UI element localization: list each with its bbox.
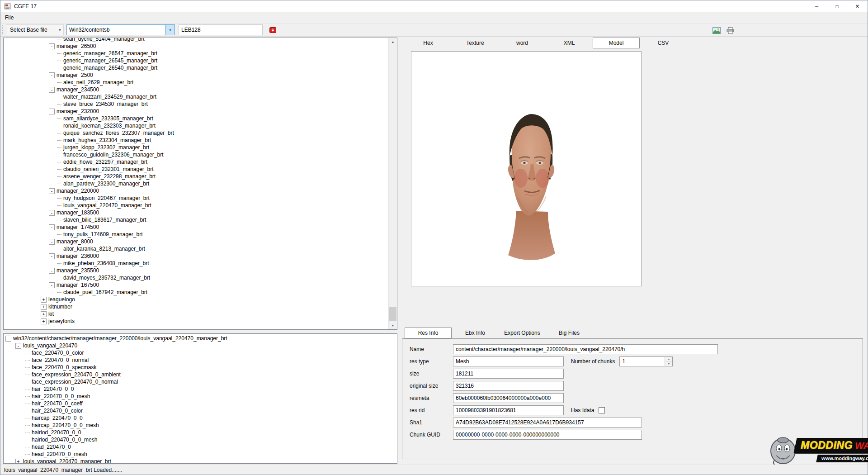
tree-item[interactable]: hairlod_220470_0_0 bbox=[4, 429, 397, 436]
tree-item-label[interactable]: ronald_koeman_232303_manager_brt bbox=[63, 123, 156, 129]
tree-item[interactable]: walter_mazzarri_234529_manager_brt bbox=[4, 93, 388, 100]
spin-up-icon[interactable]: ▲ bbox=[665, 357, 672, 362]
tree-item[interactable]: face_220470_0_color bbox=[4, 349, 397, 356]
tree-item-label[interactable]: manager_234500 bbox=[57, 86, 99, 93]
tree-item[interactable]: generic_manager_26547_manager_brt bbox=[4, 50, 388, 57]
tree-item[interactable]: +jerseyfonts bbox=[4, 318, 388, 325]
tree-item[interactable]: -louis_vangaal_220470 bbox=[4, 342, 397, 349]
tree-item-label[interactable]: manager_167500 bbox=[57, 282, 99, 288]
tree-item[interactable]: -manager_167500 bbox=[4, 281, 388, 289]
tree-item[interactable]: face_expression_220470_0_normal bbox=[4, 378, 397, 385]
tree-item[interactable]: face_220470_0_specmask bbox=[4, 364, 397, 371]
tree-item-label[interactable]: face_220470_0_normal bbox=[32, 357, 89, 363]
tree-item[interactable]: -manager_235500 bbox=[4, 267, 388, 274]
collapse-icon[interactable]: - bbox=[49, 239, 55, 245]
tree-item-label[interactable]: eddie_howe_232297_manager_brt bbox=[63, 159, 147, 165]
tree-item-label[interactable]: hairlod_220470_0_0 bbox=[32, 429, 81, 436]
tree-item-label[interactable]: francesco_guidolin_232306_manager_brt bbox=[63, 152, 164, 158]
tab-model[interactable]: Model bbox=[593, 38, 640, 48]
tree-item[interactable]: -manager_232000 bbox=[4, 108, 388, 115]
tree-item-label[interactable]: leaguelogo bbox=[48, 296, 75, 303]
tab-hex[interactable]: Hex bbox=[405, 38, 452, 48]
tree-item-label[interactable]: hair_220470_0_0 bbox=[32, 386, 74, 392]
tree-item[interactable]: face_expression_220470_0_ambient bbox=[4, 371, 397, 378]
collapse-icon[interactable]: - bbox=[49, 210, 55, 216]
size-input[interactable] bbox=[453, 369, 564, 379]
close-button[interactable]: ✕ bbox=[847, 0, 868, 12]
res-rid-input[interactable] bbox=[453, 405, 564, 415]
tree-item-label[interactable]: manager_235500 bbox=[57, 267, 99, 274]
scroll-up-icon[interactable]: ▲ bbox=[389, 38, 397, 46]
collapse-icon[interactable]: - bbox=[49, 109, 55, 114]
tree-item-label[interactable]: arsene_wenger_232298_manager_brt bbox=[63, 173, 156, 180]
texture-export-button[interactable] bbox=[711, 25, 722, 36]
tree-item[interactable]: aitor_karanka_8213_manager_brt bbox=[4, 245, 388, 252]
collapse-icon[interactable]: - bbox=[49, 253, 55, 259]
tree-item[interactable]: david_moyes_235732_manager_brt bbox=[4, 274, 388, 281]
tree-item-label[interactable]: haircap_220470_0_0_mesh bbox=[32, 422, 99, 428]
tree-item[interactable]: hair_220470_0_0 bbox=[4, 385, 397, 393]
tree-item[interactable]: tony_pulis_174609_manager_brt bbox=[4, 231, 388, 238]
tree-item-label[interactable]: alan_pardew_232300_manager_brt bbox=[63, 180, 149, 187]
tree-item-label[interactable]: mark_hughes_232304_manager_brt bbox=[63, 137, 151, 143]
tree-item[interactable]: generic_manager_26545_manager_brt bbox=[4, 57, 388, 64]
tree-item[interactable]: -win32/content/character/manager/manager… bbox=[4, 335, 397, 342]
tree-item[interactable]: hair_220470_0_0_mesh bbox=[4, 393, 397, 400]
tree-item-label[interactable]: slaven_bilic_183617_manager_brt bbox=[63, 217, 146, 223]
tree-item-label[interactable]: quique_sanchez_flores_232307_manager_brt bbox=[63, 130, 174, 136]
tree-item[interactable]: -manager_8000 bbox=[4, 238, 388, 245]
leb128-input[interactable] bbox=[179, 24, 263, 35]
tree-item-label[interactable]: claude_puel_167942_manager_brt bbox=[63, 289, 147, 295]
scrollbar-thumb[interactable] bbox=[389, 307, 396, 321]
tree-item[interactable]: hairlod_220470_0_0_mesh bbox=[4, 436, 397, 443]
tree-item[interactable]: head_220470_0 bbox=[4, 443, 397, 451]
tree-item[interactable]: face_220470_0_normal bbox=[4, 356, 397, 364]
tree-item-label[interactable]: manager_236000 bbox=[57, 253, 99, 259]
tree-item-label[interactable]: manager_220000 bbox=[57, 188, 99, 194]
tree-item-label[interactable]: generic_manager_26547_manager_brt bbox=[63, 50, 157, 57]
tree-item[interactable]: eddie_howe_232297_manager_brt bbox=[4, 158, 388, 166]
tree-item-label[interactable]: tony_pulis_174609_manager_brt bbox=[63, 231, 142, 238]
tree-item[interactable]: slaven_bilic_183617_manager_brt bbox=[4, 216, 388, 223]
tree-item-label[interactable]: aitor_karanka_8213_manager_brt bbox=[63, 246, 145, 252]
tree-item[interactable]: haircap_220470_0_0 bbox=[4, 414, 397, 422]
expand-icon[interactable]: + bbox=[41, 304, 47, 310]
chunks-input[interactable] bbox=[620, 357, 665, 366]
tree-item-label[interactable]: haircap_220470_0_0 bbox=[32, 415, 83, 421]
tree-item[interactable]: quique_sanchez_flores_232307_manager_brt bbox=[4, 129, 388, 137]
tab-csv[interactable]: CSV bbox=[640, 38, 687, 48]
tree-item[interactable]: claudio_ranieri_232301_manager_brt bbox=[4, 166, 388, 173]
tree-item[interactable]: mike_phelan_236408_manager_brt bbox=[4, 260, 388, 267]
collapse-icon[interactable]: - bbox=[49, 43, 55, 49]
tree-item[interactable]: mark_hughes_232304_manager_brt bbox=[4, 137, 388, 144]
tree-item-label[interactable]: face_220470_0_specmask bbox=[32, 364, 96, 370]
combo-dropdown-button[interactable]: ▼ bbox=[165, 25, 175, 35]
tree-item-label[interactable]: win32/content/character/manager/manager_… bbox=[13, 335, 227, 342]
tree-item[interactable]: arsene_wenger_232298_manager_brt bbox=[4, 173, 388, 180]
tree-item-label[interactable]: jurgen_klopp_232302_manager_brt bbox=[63, 144, 149, 151]
tree-item-label[interactable]: head_220470_0 bbox=[32, 444, 71, 450]
collapse-icon[interactable]: - bbox=[15, 343, 21, 349]
tree-item[interactable]: -manager_2500 bbox=[4, 71, 388, 79]
tab-big-files[interactable]: Big Files bbox=[546, 328, 593, 338]
collapse-icon[interactable]: - bbox=[49, 87, 55, 93]
tree-item-label[interactable]: alex_neil_2629_manager_brt bbox=[63, 79, 133, 86]
tree-item[interactable]: -manager_220000 bbox=[4, 187, 388, 195]
tree-item-label[interactable]: manager_2500 bbox=[57, 72, 93, 78]
tree-item-label[interactable]: louis_vangaal_220470 bbox=[23, 342, 77, 349]
tree-item-label[interactable]: generic_manager_26540_manager_brt bbox=[63, 65, 157, 71]
tree-item-label[interactable]: sean_dyche_51404_manager_brt bbox=[63, 38, 144, 42]
tree-item[interactable]: roy_hodgson_220467_manager_brt bbox=[4, 195, 388, 202]
tree-item-label[interactable]: kitnumber bbox=[48, 304, 72, 310]
collapse-icon[interactable]: - bbox=[5, 336, 11, 342]
menu-file[interactable]: File bbox=[0, 12, 18, 23]
tree-item-label[interactable]: david_moyes_235732_manager_brt bbox=[63, 275, 150, 281]
tree-item[interactable]: sean_dyche_51404_manager_brt bbox=[4, 38, 388, 43]
collapse-icon[interactable]: - bbox=[49, 224, 55, 230]
tree-item-label[interactable]: louis_vangaal_220470_manager_brt bbox=[23, 458, 111, 463]
print-button[interactable] bbox=[725, 25, 736, 36]
tree-item[interactable]: +louis_vangaal_220470_manager_brt bbox=[4, 458, 397, 463]
tree-item-label[interactable]: claudio_ranieri_232301_manager_brt bbox=[63, 166, 153, 172]
name-input[interactable] bbox=[453, 344, 718, 354]
tree-item[interactable]: -manager_234500 bbox=[4, 86, 388, 93]
